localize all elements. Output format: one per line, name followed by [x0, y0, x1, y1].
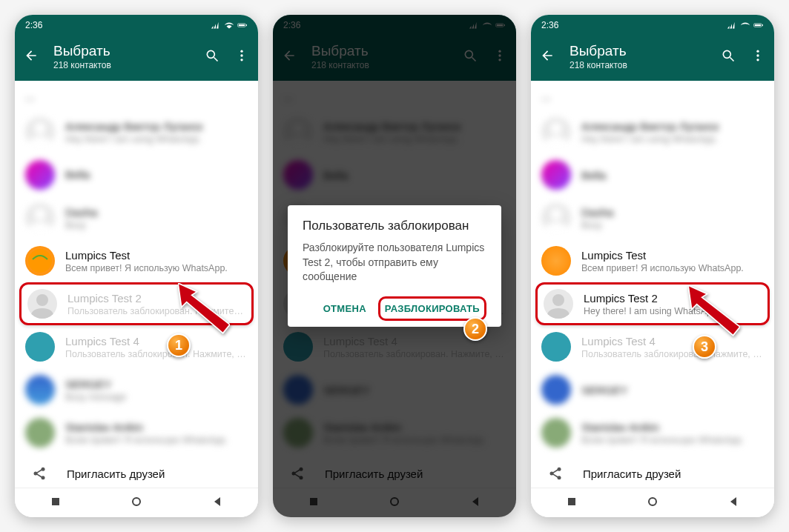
- svg-point-9: [28, 249, 52, 273]
- annotation-arrow: [688, 285, 740, 337]
- svg-rect-38: [755, 24, 761, 26]
- app-bar: Выбрать 218 контактов: [15, 36, 258, 81]
- svg-point-45: [552, 294, 564, 306]
- nav-back-icon[interactable]: [727, 496, 739, 511]
- list-item[interactable]: Александр Виктор ЛуганскHey there! I am …: [15, 110, 258, 153]
- svg-point-19: [133, 498, 140, 505]
- svg-point-10: [36, 294, 48, 306]
- svg-line-50: [553, 474, 558, 477]
- status-icons: [727, 20, 764, 30]
- nav-home-icon[interactable]: [647, 496, 658, 511]
- nav-back-icon[interactable]: [211, 496, 223, 511]
- contact-name: Lumpics Test 4: [65, 335, 248, 348]
- svg-point-44: [756, 59, 759, 61]
- avatar: [25, 375, 55, 405]
- contact-list[interactable]: ... Александр Виктор ЛуганскHey there! I…: [531, 81, 774, 488]
- list-item[interactable]: DashaBusy: [531, 196, 774, 239]
- svg-point-54: [649, 498, 656, 505]
- avatar: [544, 289, 573, 319]
- unblock-button[interactable]: РАЗБЛОКИРОВАТЬ: [378, 296, 486, 321]
- svg-rect-39: [762, 24, 763, 26]
- invite-friends[interactable]: Пригласить друзей: [15, 454, 258, 488]
- status-bar: 2:36: [15, 15, 258, 36]
- svg-rect-18: [52, 498, 59, 505]
- list-item-lumpics[interactable]: Lumpics TestВсем привет! Я использую Wha…: [15, 239, 258, 282]
- avatar: [25, 418, 55, 448]
- svg-point-8: [240, 59, 242, 61]
- contact-status: Пользователь заблокирован. Нажмите, ч...: [65, 349, 248, 359]
- list-item[interactable]: DashaBusy: [15, 196, 258, 239]
- svg-rect-53: [568, 498, 575, 505]
- list-item[interactable]: ...: [15, 81, 258, 110]
- status-time: 2:36: [541, 20, 558, 30]
- list-item[interactable]: Stanislav AnikinВсем привет! Я использую…: [531, 411, 774, 454]
- contact-name: Lumpics Test: [65, 249, 248, 262]
- page-title: Выбрать: [570, 43, 721, 59]
- svg-point-43: [756, 54, 759, 56]
- page-subtitle: 218 контактов: [570, 60, 721, 70]
- list-item[interactable]: SERGEY: [531, 368, 774, 411]
- annotation-arrow: [178, 283, 230, 335]
- back-icon[interactable]: [24, 48, 39, 66]
- contact-name: Lumpics Test: [581, 249, 764, 262]
- svg-line-15: [37, 474, 42, 477]
- list-item[interactable]: Александр Виктор ЛуганскHey there! I am …: [531, 110, 774, 153]
- avatar: [25, 117, 55, 147]
- contact-status: Всем привет! Я использую WhatsApp.: [65, 263, 248, 273]
- share-icon: [547, 466, 564, 481]
- nav-bar: [15, 488, 258, 517]
- svg-point-7: [240, 54, 242, 56]
- back-icon[interactable]: [540, 48, 555, 66]
- list-item[interactable]: Bella: [15, 153, 258, 196]
- avatar: [25, 203, 55, 233]
- list-item-lumpics[interactable]: Lumpics TestВсем привет! Я использую Wha…: [531, 239, 774, 282]
- avatar: [541, 332, 571, 362]
- list-item[interactable]: Bella: [531, 153, 774, 196]
- share-icon: [31, 466, 47, 481]
- svg-point-6: [240, 50, 242, 52]
- invite-friends[interactable]: Пригласить друзей: [531, 454, 774, 488]
- svg-point-40: [723, 50, 730, 58]
- app-title-block: Выбрать 218 контактов: [53, 43, 205, 70]
- step-badge-3: 3: [693, 335, 716, 359]
- nav-bar: [531, 488, 774, 517]
- nav-recent-icon[interactable]: [50, 496, 62, 511]
- svg-line-41: [730, 57, 734, 61]
- step-badge-1: 1: [167, 333, 191, 357]
- avatar: [25, 332, 55, 362]
- avatar: [27, 289, 57, 319]
- unblock-dialog: Пользователь заблокирован Разблокируйте …: [288, 205, 501, 327]
- list-item[interactable]: SERGEYBusy message: [15, 368, 258, 411]
- status-bar: 2:36: [531, 15, 774, 36]
- list-item[interactable]: Stanislav AnikinВсем привет! Я использую…: [15, 411, 258, 454]
- phone-screen-2: 2:36 Выбрать218 контактов ... Александр …: [273, 15, 516, 517]
- search-icon[interactable]: [721, 48, 736, 66]
- avatar: [541, 246, 571, 276]
- contact-status: Всем привет! Я использую WhatsApp.: [581, 263, 764, 273]
- avatar: [25, 246, 55, 276]
- dialog-body: Разблокируйте пользователя Lumpics Test …: [303, 241, 486, 285]
- svg-line-5: [214, 57, 218, 61]
- app-bar: Выбрать218 контактов: [531, 36, 774, 81]
- svg-line-14: [37, 470, 42, 473]
- dialog-title: Пользователь заблокирован: [303, 219, 486, 233]
- more-icon[interactable]: [750, 48, 765, 66]
- dialog-overlay[interactable]: Пользователь заблокирован Разблокируйте …: [273, 15, 516, 517]
- invite-label: Пригласить друзей: [67, 468, 165, 480]
- svg-rect-2: [239, 24, 245, 26]
- avatar: [25, 160, 55, 190]
- list-item[interactable]: ...: [531, 81, 774, 110]
- cancel-button[interactable]: ОТМЕНА: [317, 296, 372, 321]
- nav-recent-icon[interactable]: [566, 496, 578, 511]
- search-icon[interactable]: [205, 48, 219, 66]
- nav-home-icon[interactable]: [131, 496, 142, 511]
- svg-line-49: [553, 470, 558, 473]
- phone-screen-3: 2:36 Выбрать218 контактов ... Александр …: [531, 15, 774, 517]
- status-icons: [211, 20, 248, 30]
- status-time: 2:36: [25, 20, 42, 30]
- more-icon[interactable]: [234, 48, 249, 66]
- svg-rect-3: [246, 24, 247, 26]
- svg-point-42: [756, 50, 759, 52]
- svg-point-4: [207, 50, 214, 58]
- step-badge-2: 2: [463, 317, 487, 341]
